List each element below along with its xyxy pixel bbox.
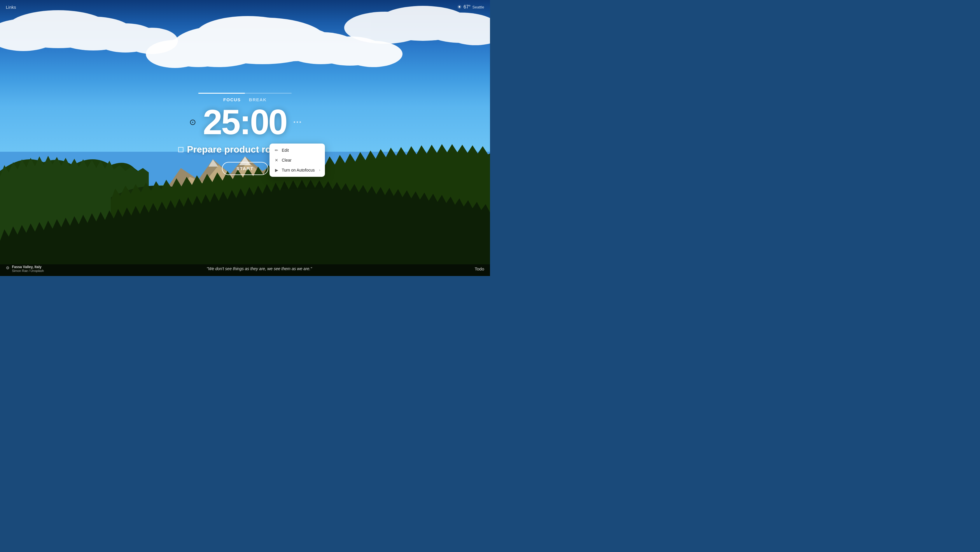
timer-icon-left[interactable]: ⊙ [189,117,196,127]
progress-bar-container [198,93,292,94]
menu-autofocus-label: Turn on Autofocus [282,168,315,172]
timer-display: 25:00 [203,105,287,140]
quote-text: "We don't see things as they are, we see… [207,266,312,271]
photo-location: Fassa Valley, Italy [12,265,44,269]
task-checkbox[interactable] [178,147,183,152]
photo-text: Fassa Valley, Italy Simon Rae / Unsplash [12,265,44,272]
submenu-arrow: › [319,168,320,172]
progress-area: FOCUS BREAK [198,93,292,102]
settings-icon[interactable]: ⚙ [6,266,10,270]
progress-bar-fill [198,93,245,94]
timer-dot-2[interactable] [296,121,298,122]
menu-edit-label: Edit [282,148,289,153]
context-menu: ✏ Edit ✕ Clear ▶ Turn on Autofocus › [269,143,325,177]
start-button[interactable]: START [222,162,268,175]
photo-author: Simon Rae / Unsplash [12,269,44,272]
top-bar: Links ☀ 67° Seattle [0,0,490,14]
menu-item-clear[interactable]: ✕ Clear [269,155,325,165]
menu-item-edit[interactable]: ✏ Edit [269,145,325,155]
autofocus-icon: ▶ [274,168,279,172]
bottom-bar: ⚙ Fassa Valley, Italy Simon Rae / Unspla… [0,261,490,276]
menu-item-autofocus[interactable]: ▶ Turn on Autofocus › [269,165,325,175]
weather-temperature: 67° [463,5,471,10]
timer-row: ⊙ 25:00 [189,105,301,140]
focus-tab[interactable]: FOCUS [223,97,241,102]
break-tab[interactable]: BREAK [249,97,267,102]
weather-icon: ☀ [457,4,462,10]
weather-city: Seattle [473,5,484,10]
links-button[interactable]: Links [6,5,16,10]
timer-tabs: FOCUS BREAK [223,97,267,102]
clear-icon: ✕ [274,158,279,162]
photo-credit: ⚙ Fassa Valley, Italy Simon Rae / Unspla… [6,265,44,272]
weather-widget: ☀ 67° Seattle [457,4,484,10]
timer-options[interactable] [293,121,301,122]
timer-dot-1[interactable] [293,121,295,122]
todo-button[interactable]: Todo [474,266,484,271]
menu-clear-label: Clear [282,158,291,162]
edit-icon: ✏ [274,148,279,153]
ui-layer: Links ☀ 67° Seattle FOCUS BREAK ⊙ 25:00 [0,0,490,276]
timer-dot-3[interactable] [299,121,301,122]
